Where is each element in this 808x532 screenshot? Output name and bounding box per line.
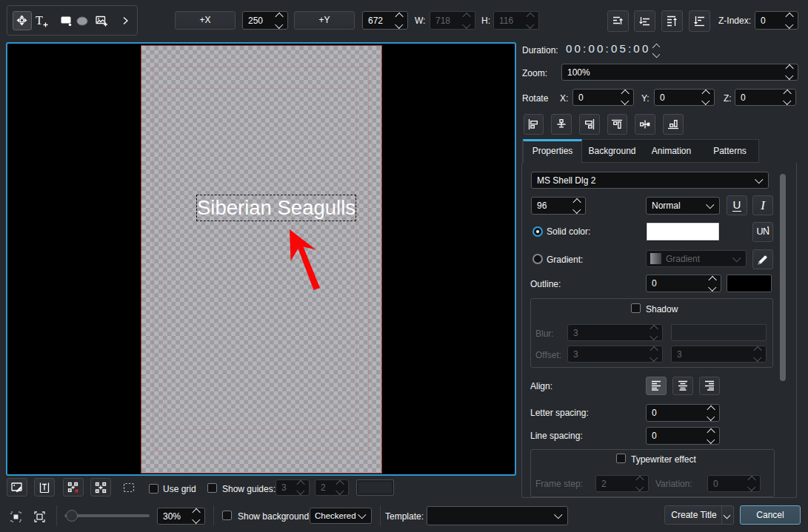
svg-text:T: T bbox=[36, 14, 43, 27]
